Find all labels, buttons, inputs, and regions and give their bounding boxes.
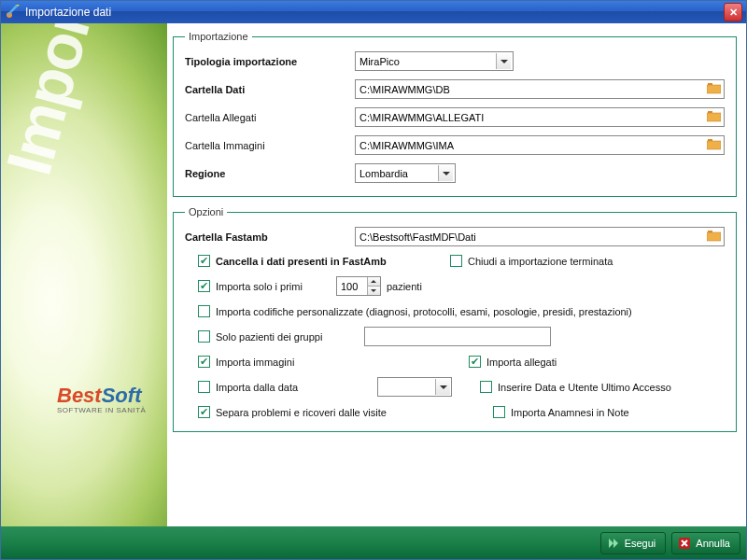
cancella-dati-checkbox[interactable] bbox=[198, 255, 210, 267]
esegui-button[interactable]: Esegui bbox=[600, 532, 667, 554]
cartella-allegati-label: Cartella Allegati bbox=[185, 112, 355, 123]
importa-primi-checkbox[interactable] bbox=[198, 280, 210, 292]
inserire-data-checkbox[interactable] bbox=[480, 381, 492, 393]
importa-allegati-label: Importa allegati bbox=[486, 357, 557, 368]
spinner-up-icon[interactable] bbox=[367, 277, 380, 287]
dropdown-arrow-icon bbox=[435, 379, 450, 395]
solo-gruppi-label: Solo pazienti dei gruppi bbox=[216, 331, 322, 343]
importa-allegati-checkbox[interactable] bbox=[469, 356, 481, 368]
chiudi-term-checkbox[interactable] bbox=[450, 255, 462, 267]
cancel-icon bbox=[678, 537, 691, 550]
cartella-fastamb-input[interactable] bbox=[355, 227, 725, 246]
pazienti-suffix: pazienti bbox=[387, 281, 422, 292]
watermark-text: Import bbox=[1, 23, 110, 182]
close-button[interactable]: ✕ bbox=[724, 3, 742, 21]
importazione-group: Importazione Tipologia importazione Cart… bbox=[173, 31, 737, 197]
importa-dalla-data-label: Importa dalla data bbox=[216, 382, 298, 393]
brand-logo: BestSoft SOFTWARE IN SANITÀ bbox=[57, 384, 146, 414]
window: Importazione dati ✕ Import BestSoft SOFT… bbox=[0, 0, 747, 560]
opzioni-group: Opzioni Cartella Fastamb Cancella i dati… bbox=[173, 206, 737, 432]
footer: Esegui Annulla bbox=[1, 526, 746, 559]
importa-dalla-data-checkbox[interactable] bbox=[198, 381, 210, 393]
data-select[interactable] bbox=[377, 377, 452, 397]
separa-problemi-checkbox[interactable] bbox=[198, 406, 210, 418]
cartella-dati-label: Cartella Dati bbox=[185, 84, 355, 95]
inserire-data-label: Inserire Data e Utente Ultimo Accesso bbox=[498, 382, 671, 393]
pazienti-spinner[interactable]: 100 bbox=[336, 276, 381, 296]
importa-primi-label: Importa solo i primi bbox=[216, 281, 303, 292]
cartella-immagini-input[interactable] bbox=[355, 135, 725, 155]
opzioni-legend: Opzioni bbox=[185, 206, 227, 217]
dropdown-arrow-icon bbox=[496, 53, 511, 69]
titlebar: Importazione dati ✕ bbox=[1, 1, 746, 23]
importa-immagini-label: Importa immagini bbox=[216, 357, 294, 368]
importa-anamnesi-label: Importa Anamnesi in Note bbox=[511, 407, 629, 418]
importazione-legend: Importazione bbox=[185, 31, 252, 42]
regione-select[interactable] bbox=[355, 163, 456, 183]
app-icon bbox=[5, 5, 20, 20]
importa-anamnesi-checkbox[interactable] bbox=[493, 406, 505, 418]
cartella-dati-input[interactable] bbox=[355, 79, 725, 99]
tipologia-label: Tipologia importazione bbox=[185, 56, 355, 67]
regione-label: Regione bbox=[185, 168, 355, 179]
dropdown-arrow-icon bbox=[438, 165, 453, 181]
solo-gruppi-input[interactable] bbox=[364, 327, 551, 346]
body: Import BestSoft SOFTWARE IN SANITÀ Impor… bbox=[1, 23, 746, 526]
spinner-down-icon[interactable] bbox=[367, 287, 380, 295]
importa-immagini-checkbox[interactable] bbox=[198, 356, 210, 368]
importa-codifiche-label: Importa codifiche personalizzate (diagno… bbox=[216, 306, 632, 317]
cartella-allegati-input[interactable] bbox=[355, 107, 725, 127]
tipologia-select[interactable] bbox=[355, 51, 514, 71]
annulla-button[interactable]: Annulla bbox=[671, 532, 740, 554]
solo-gruppi-checkbox[interactable] bbox=[198, 330, 210, 343]
chiudi-term-label: Chiudi a importazione terminata bbox=[468, 256, 613, 267]
cartella-fastamb-label: Cartella Fastamb bbox=[185, 231, 355, 243]
form-area: Importazione Tipologia importazione Cart… bbox=[167, 23, 746, 526]
play-icon bbox=[607, 537, 620, 550]
window-title: Importazione dati bbox=[25, 6, 724, 19]
sidebar: Import BestSoft SOFTWARE IN SANITÀ bbox=[1, 23, 167, 526]
separa-problemi-label: Separa problemi e ricoveri dalle visite bbox=[216, 407, 387, 418]
cartella-immagini-label: Cartella Immagini bbox=[185, 140, 355, 151]
cancella-dati-label: Cancella i dati presenti in FastAmb bbox=[216, 256, 387, 267]
importa-codifiche-checkbox[interactable] bbox=[198, 305, 210, 317]
